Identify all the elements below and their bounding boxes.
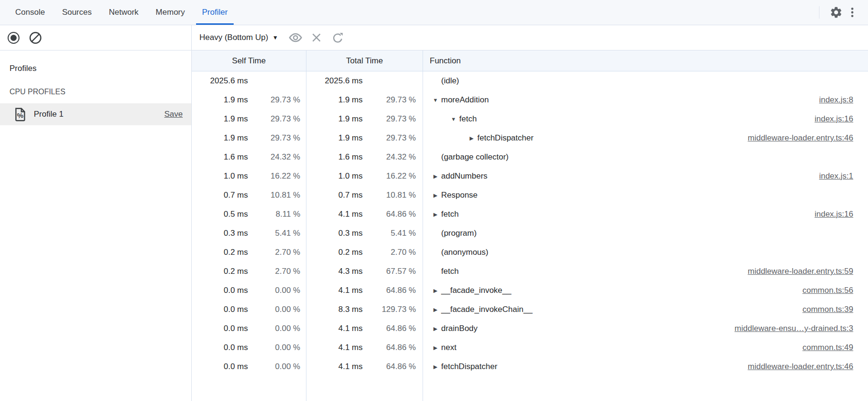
table-row[interactable]: 0.0 ms 0.00 % 4.1 ms 64.86 % ▶ __facade_… [192,281,868,300]
record-button[interactable] [8,32,20,44]
table-row[interactable]: 1.9 ms 29.73 % 1.9 ms 29.73 % ▶ fetchDis… [192,129,868,148]
tab-network[interactable]: Network [100,0,147,25]
table-row[interactable]: 0.0 ms 0.00 % 4.1 ms 64.86 % ▶ drainBody… [192,319,868,338]
table-row[interactable]: 1.6 ms 24.32 % 1.6 ms 24.32 % (garbage c… [192,148,868,167]
total-time-cell: 1.9 ms 29.73 % [306,90,423,110]
self-time-cell: 0.0 ms 0.00 % [192,338,306,357]
expand-arrow-icon[interactable]: ▶ [430,192,441,199]
total-time-cell: 4.3 ms 67.57 % [306,262,423,281]
table-row[interactable]: 0.0 ms 0.00 % 4.1 ms 64.86 % ▶ fetchDisp… [192,357,868,376]
function-name: __facade_invoke__ [441,286,511,295]
settings-button[interactable] [828,4,844,20]
source-link[interactable]: index.js:16 [805,210,868,219]
grid-rows: 2025.6 ms 2025.6 ms (idle) 1.9 ms 29.73 … [192,71,868,376]
view-mode-dropdown[interactable]: Heavy (Bottom Up) ▼ [199,33,283,42]
expand-arrow-icon[interactable]: ▶ [430,211,441,218]
more-options-button[interactable] [844,4,860,20]
tab-memory[interactable]: Memory [147,0,193,25]
expand-arrow-icon[interactable]: ▶ [430,326,441,332]
exclude-selected-button[interactable] [308,30,325,46]
total-time-ms: 1.9 ms [306,133,363,143]
clear-profiles-button[interactable] [27,30,43,46]
total-time-ms: 1.9 ms [306,114,363,124]
focus-selected-button[interactable] [287,30,304,46]
self-time-pct: 0.00 % [248,305,306,314]
source-link[interactable]: middleware-ensu…y-drained.ts:3 [725,324,868,333]
table-row[interactable]: 0.0 ms 0.00 % 8.3 ms 129.73 % ▶ __facade… [192,300,868,319]
table-row[interactable]: 1.9 ms 29.73 % 1.9 ms 29.73 % ▼ fetch in… [192,110,868,129]
total-time-ms: 4.1 ms [306,286,363,295]
expand-arrow-icon[interactable]: ▶ [430,288,441,294]
total-time-pct: 29.73 % [363,95,423,105]
function-cell: ▶ next common.ts:49 [423,338,868,357]
total-time-cell: 1.0 ms 16.22 % [306,167,423,186]
self-time-pct: 24.32 % [248,152,306,162]
table-row[interactable]: 0.5 ms 8.11 % 4.1 ms 64.86 % ▶ fetch ind… [192,205,868,224]
self-time-pct: 0.00 % [248,286,306,295]
self-time-ms: 1.9 ms [192,114,248,124]
source-link[interactable]: middleware-loader.entry.ts:59 [738,267,868,276]
total-time-cell: 4.1 ms 64.86 % [306,205,423,224]
save-profile-link[interactable]: Save [164,110,183,119]
tab-profiler[interactable]: Profiler [194,0,237,25]
tab-console[interactable]: Console [7,0,53,25]
chevron-down-icon: ▼ [273,35,278,40]
self-time-ms: 0.2 ms [192,248,248,257]
expand-arrow-icon[interactable]: ▶ [430,307,441,313]
total-time-cell: 4.1 ms 64.86 % [306,357,423,376]
self-time-ms: 0.3 ms [192,229,248,238]
total-time-cell: 1.9 ms 29.73 % [306,129,423,148]
table-row[interactable]: 0.2 ms 2.70 % 0.2 ms 2.70 % (anonymous) [192,243,868,262]
source-link[interactable]: common.ts:56 [793,286,868,295]
expand-arrow-icon[interactable]: ▶ [430,364,441,370]
source-link[interactable]: index.js:16 [805,114,868,124]
table-row[interactable]: 1.0 ms 16.22 % 1.0 ms 16.22 % ▶ addNumbe… [192,167,868,186]
self-time-pct: 8.11 % [248,210,306,219]
column-header-self-time[interactable]: Self Time [192,50,306,71]
function-cell: ▶ __facade_invoke__ common.ts:56 [423,281,868,300]
column-header-total-time[interactable]: Total Time [306,50,423,71]
total-time-ms: 4.3 ms [306,267,363,276]
column-header-function[interactable]: Function [423,50,868,71]
source-link[interactable]: index.js:1 [809,171,868,181]
tab-sources[interactable]: Sources [53,0,100,25]
collapse-arrow-icon[interactable]: ▼ [430,97,441,103]
function-name: (idle) [441,76,459,86]
source-link[interactable]: middleware-loader.entry.ts:46 [738,362,868,371]
expand-arrow-icon[interactable]: ▶ [430,345,441,351]
total-time-ms: 4.1 ms [306,324,363,333]
self-time-ms: 0.0 ms [192,286,248,295]
total-time-pct: 29.73 % [363,114,423,124]
total-time-cell: 8.3 ms 129.73 % [306,300,423,319]
function-name: fetch [459,114,477,124]
table-row[interactable]: 1.9 ms 29.73 % 1.9 ms 29.73 % ▼ moreAddi… [192,90,868,110]
total-time-pct: 64.86 % [363,324,423,333]
table-row[interactable]: 0.0 ms 0.00 % 4.1 ms 64.86 % ▶ next comm… [192,338,868,357]
self-time-cell: 0.2 ms 2.70 % [192,262,306,281]
table-row[interactable]: 2025.6 ms 2025.6 ms (idle) [192,71,868,90]
view-controls: Heavy (Bottom Up) ▼ [192,25,345,50]
function-name: fetchDispatcher [477,133,533,143]
function-name: __facade_invokeChain__ [441,305,533,314]
source-link[interactable]: middleware-loader.entry.ts:46 [738,133,868,143]
source-link[interactable]: common.ts:39 [793,305,868,314]
expand-arrow-icon[interactable]: ▶ [466,135,477,141]
close-icon [310,31,323,44]
collapse-arrow-icon[interactable]: ▼ [448,116,459,122]
profiler-controls [0,25,192,50]
restore-nodes-button[interactable] [329,30,345,46]
table-row[interactable]: 0.3 ms 5.41 % 0.3 ms 5.41 % (program) [192,224,868,243]
self-time-pct: 5.41 % [248,229,306,238]
self-time-ms: 1.9 ms [192,133,248,143]
function-name: (program) [441,229,477,238]
source-link[interactable]: index.js:8 [809,95,868,105]
table-row[interactable]: 0.2 ms 2.70 % 4.3 ms 67.57 % fetch middl… [192,262,868,281]
table-row[interactable]: 0.7 ms 10.81 % 0.7 ms 10.81 % ▶ Response [192,186,868,205]
sidebar-item-profile-1[interactable]: % Profile 1 Save [0,103,191,125]
self-time-ms: 2025.6 ms [192,76,248,86]
source-link[interactable]: common.ts:49 [793,343,868,352]
self-time-cell: 0.3 ms 5.41 % [192,224,306,243]
total-time-cell: 2025.6 ms [306,71,423,90]
tabbar-actions [819,0,868,25]
expand-arrow-icon[interactable]: ▶ [430,173,441,180]
